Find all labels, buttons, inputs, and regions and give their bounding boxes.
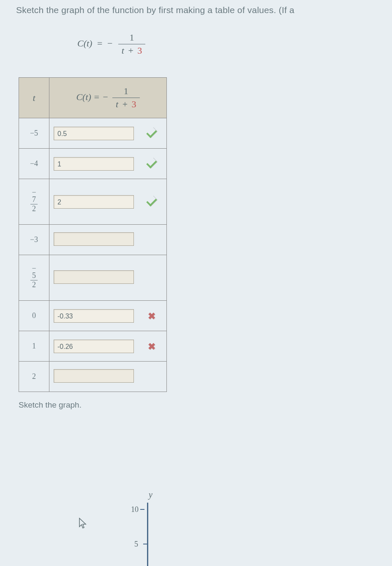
cursor-icon [78, 517, 87, 529]
y-tick-5: 5 [134, 540, 138, 549]
answer-cell: 1 [49, 149, 167, 179]
t-value: − 7 2 [19, 179, 49, 225]
answer-input[interactable]: -0.26 [54, 340, 134, 353]
answer-input[interactable]: 0.5 [54, 127, 134, 140]
answer-input[interactable] [54, 232, 134, 246]
equation-fraction: 1 t + 3 [118, 32, 146, 56]
values-table: t C(t) = − 1 t + 3 [19, 77, 167, 392]
table-row: 1 -0.26 [19, 331, 167, 362]
table-row: 0 -0.33 [19, 301, 167, 331]
y-axis-line [147, 503, 148, 566]
header-t: t [19, 78, 49, 118]
answer-cell: -0.33 [49, 301, 167, 331]
answer-input[interactable]: 2 [54, 195, 134, 209]
answer-input[interactable]: -0.33 [54, 309, 134, 323]
equation-lhs: C(t) [77, 38, 92, 49]
fraction-numerator: 1 [118, 32, 146, 44]
answer-input[interactable]: 1 [54, 157, 134, 171]
answer-cell [49, 255, 167, 301]
answer-cell: 2 [49, 179, 167, 225]
problem-text: Sketch the graph of the function by firs… [16, 5, 392, 15]
y-tick-10: 10 [131, 505, 139, 514]
y-axis-label: y [149, 490, 152, 500]
answer-cell: -0.26 [49, 331, 167, 362]
table-header-row: t C(t) = − 1 t + 3 [19, 78, 167, 118]
t-value: − 5 2 [19, 255, 49, 301]
table-row: −5 0.5 [19, 118, 167, 149]
fraction-denominator: t + 3 [118, 44, 146, 56]
table-row: − 5 2 [19, 255, 167, 301]
answer-cell [49, 225, 167, 255]
t-value: −4 [19, 149, 49, 179]
cross-icon [146, 310, 157, 321]
t-value: 1 [19, 331, 49, 362]
graph-axes: y 10 5 [131, 490, 258, 566]
check-icon [146, 196, 157, 207]
t-value: 2 [19, 362, 49, 392]
t-value: −5 [19, 118, 49, 149]
table-row: −4 1 [19, 149, 167, 179]
table-row: − 7 2 2 [19, 179, 167, 225]
header-c: C(t) = − 1 t + 3 [49, 78, 167, 118]
answer-cell [49, 362, 167, 392]
equation-neg: − [107, 38, 112, 49]
answer-input[interactable] [54, 270, 134, 284]
sketch-label: Sketch the graph. [19, 400, 392, 410]
check-icon [146, 128, 157, 139]
function-equation: C(t) = − 1 t + 3 [77, 32, 392, 56]
check-icon [146, 158, 157, 169]
answer-input[interactable] [54, 369, 134, 383]
table-row: −3 [19, 225, 167, 255]
t-value: 0 [19, 301, 49, 331]
cross-icon [146, 341, 157, 352]
table-row: 2 [19, 362, 167, 392]
equation-equals: = [97, 38, 102, 49]
answer-cell: 0.5 [49, 118, 167, 149]
t-value: −3 [19, 225, 49, 255]
